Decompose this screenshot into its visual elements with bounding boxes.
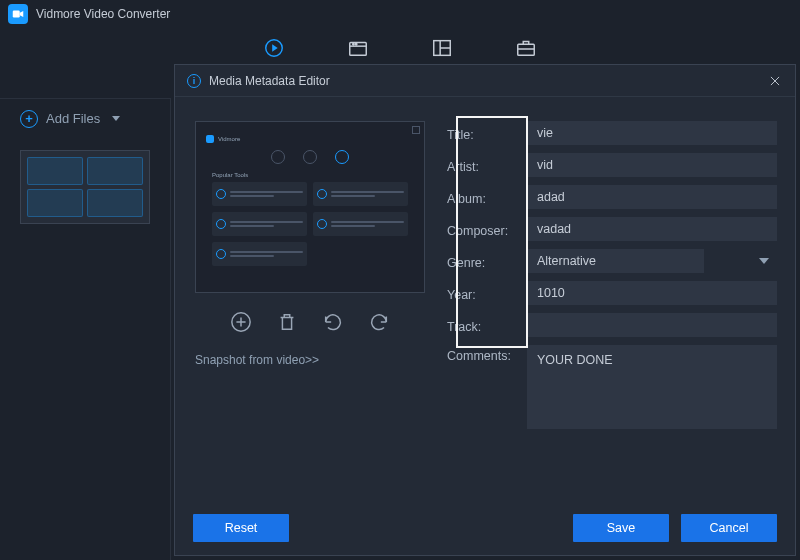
redo-button[interactable] [366,309,392,335]
nav-media-icon[interactable] [346,36,370,60]
svg-point-3 [353,44,354,45]
chevron-down-icon [759,258,769,264]
label-track: Track: [447,316,517,334]
cancel-button[interactable]: Cancel [681,514,777,542]
maximize-icon [412,126,420,134]
nav-toolbox-icon[interactable] [514,36,538,60]
label-album: Album: [447,188,517,206]
dialog-footer: Reset Save Cancel [175,501,795,555]
artist-field[interactable] [527,153,777,177]
label-comments: Comments: [447,345,517,363]
undo-button[interactable] [320,309,346,335]
close-button[interactable] [767,73,783,89]
svg-rect-0 [13,11,20,18]
label-composer: Composer: [447,220,517,238]
file-list [20,150,150,224]
reset-button[interactable]: Reset [193,514,289,542]
add-files-toolbar[interactable]: + Add Files [0,98,170,138]
cover-toolbar [193,309,427,335]
nav-convert-icon[interactable] [262,36,286,60]
title-field[interactable] [527,121,777,145]
track-field[interactable] [527,313,777,337]
main-nav [0,28,800,68]
info-icon: i [187,74,201,88]
cover-preview: Vidmore Popular Tools [195,121,425,293]
genre-select[interactable] [527,249,704,273]
year-field[interactable] [527,281,777,305]
label-title: Title: [447,124,517,142]
title-bar: Vidmore Video Converter [0,0,800,28]
file-thumbnail[interactable] [20,150,150,224]
label-artist: Artist: [447,156,517,174]
save-button[interactable]: Save [573,514,669,542]
snapshot-link[interactable]: Snapshot from video>> [193,353,319,367]
vertical-divider [170,98,171,560]
svg-rect-6 [518,44,535,55]
composer-field[interactable] [527,217,777,241]
dialog-header: i Media Metadata Editor [175,65,795,97]
label-year: Year: [447,284,517,302]
delete-cover-button[interactable] [274,309,300,335]
chevron-down-icon [112,116,120,121]
cover-column: Vidmore Popular Tools [193,121,427,491]
comments-field[interactable] [527,345,777,429]
add-cover-button[interactable] [228,309,254,335]
app-logo-icon [8,4,28,24]
metadata-editor-dialog: i Media Metadata Editor Vidmore Popular … [174,64,796,556]
svg-point-4 [355,44,356,45]
plus-circle-icon: + [20,110,38,128]
add-files-label: Add Files [46,111,100,126]
label-genre: Genre: [447,252,517,270]
app-title: Vidmore Video Converter [36,7,170,21]
metadata-fields: Title: Artist: Album: Composer: Genre: [447,121,777,491]
album-field[interactable] [527,185,777,209]
dialog-title: Media Metadata Editor [209,74,330,88]
nav-collage-icon[interactable] [430,36,454,60]
